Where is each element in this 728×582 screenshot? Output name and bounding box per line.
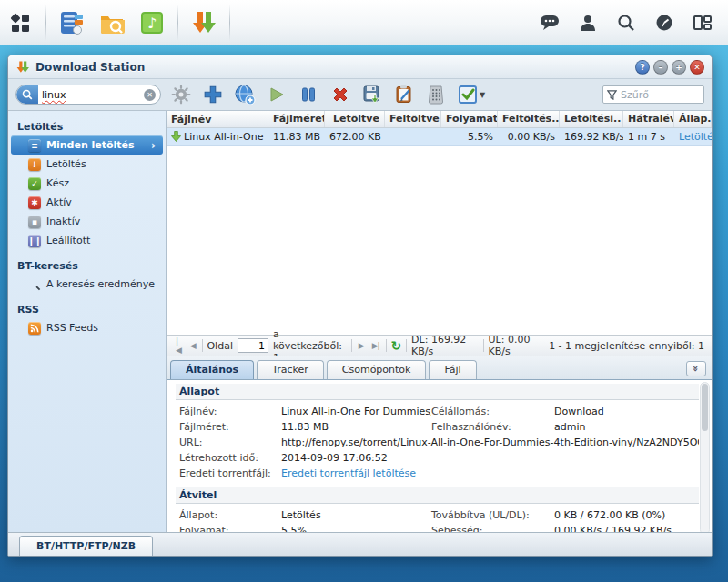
control-panel-button[interactable] (52, 6, 92, 39)
sidebar: Letöltés ≡ Minden letöltés › ↓ Letöltés … (8, 111, 167, 532)
field-value: Download (554, 406, 699, 417)
column-header-status[interactable]: Állap... (674, 111, 712, 127)
chat-bubble-icon (540, 14, 560, 32)
add-task-button[interactable] (201, 83, 225, 106)
help-button[interactable]: ? (635, 60, 650, 75)
field-label: Létrehozott idő: (179, 452, 281, 464)
scrollbar[interactable] (700, 382, 710, 532)
user-button[interactable] (575, 10, 601, 35)
sidebar-item-rss-feeds[interactable]: RSS Feeds (8, 318, 166, 337)
tab-tracker[interactable]: Tracker (257, 360, 324, 379)
save-button[interactable] (360, 83, 384, 106)
add-url-button[interactable] (233, 83, 257, 106)
checkbox-icon (458, 85, 478, 105)
search-input[interactable]: linux ✕ (15, 85, 161, 105)
divider (46, 5, 46, 41)
settings-button[interactable] (169, 83, 193, 106)
main-area: Letöltés ≡ Minden letöltés › ↓ Letöltés … (8, 110, 712, 532)
search-value[interactable]: linux (38, 89, 144, 101)
column-header-upload-speed[interactable]: Feltöltés... (498, 111, 560, 127)
filter-input[interactable] (621, 89, 693, 101)
music-station-icon: ♪ (138, 9, 166, 36)
floppy-download-icon (362, 85, 382, 105)
prev-page-button[interactable]: ◀ (188, 341, 197, 350)
column-header-download-speed[interactable]: Letöltési... (560, 111, 623, 127)
field-label: Továbbítva (UL/DL): (431, 509, 554, 521)
cell-downloaded: 672.00 KB (325, 130, 385, 144)
sidebar-item-stopped[interactable]: ❙❙ Leállított (8, 231, 166, 250)
section-title: Állapot (176, 384, 699, 400)
divider (386, 339, 387, 352)
search-icon (617, 14, 635, 32)
pause-button[interactable] (297, 83, 320, 106)
cell-upload-speed: 0.00 KB/s (498, 130, 560, 144)
statusbar-tab-bt-http-ftp-nzb[interactable]: BT/HTTP/FTP/NZB (19, 536, 153, 556)
tab-peers[interactable]: Csomópontok (327, 360, 427, 379)
minimize-button[interactable]: – (653, 60, 668, 75)
pilot-view-button[interactable] (690, 10, 715, 35)
tab-general[interactable]: Általános (170, 360, 254, 379)
globe-plus-icon (234, 84, 256, 105)
check-icon: ✓ (28, 177, 41, 190)
download-torrent-link[interactable]: Eredeti torrentfájl letöltése (281, 467, 699, 479)
download-station-icon (190, 9, 217, 36)
detail-row: Létrehozott idő: 2014-09-09 17:06:52 (176, 450, 699, 466)
column-header-progress[interactable]: Folyamat (441, 111, 498, 127)
download-station-button[interactable] (184, 6, 224, 39)
tab-file[interactable]: Fájl (429, 360, 476, 379)
last-page-button[interactable]: ▶| (370, 341, 381, 350)
maximize-button[interactable]: + (672, 60, 686, 75)
cell-progress: 5.5% (441, 130, 498, 144)
detail-row: Fájlnév: Linux All-in-One For Dummies, 4… (176, 404, 699, 419)
sidebar-item-all-downloads[interactable]: ≡ Minden letöltés › (11, 135, 163, 155)
music-station-button[interactable]: ♪ (132, 6, 172, 39)
pagination-bar: |◀ ◀ Oldal a következőből: 1 ▶ ▶| ↻ DL: … (167, 335, 712, 356)
next-page-button[interactable]: ▶ (357, 341, 366, 350)
close-button[interactable]: ✕ (690, 60, 704, 75)
field-value: 0.00 KB/s / 169.92 KB/s (554, 525, 699, 532)
search-button[interactable] (613, 10, 639, 35)
column-header-downloaded[interactable]: Letöltve (325, 111, 385, 127)
taskbar: ♪ (0, 0, 728, 45)
refresh-icon[interactable]: ↻ (391, 339, 402, 352)
column-header-filename[interactable]: Fájlnév (167, 111, 268, 127)
select-mode-button[interactable]: ▼ (456, 83, 487, 106)
detail-row: Folyamat: 5.5% Sebesség: 0.00 KB/s / 169… (176, 523, 699, 532)
sidebar-item-downloading[interactable]: ↓ Letöltés (8, 155, 166, 174)
sidebar-item-completed[interactable]: ✓ Kész (8, 174, 166, 193)
resource-monitor-button[interactable] (652, 10, 677, 35)
collapse-panel-button[interactable]: » (686, 361, 706, 376)
column-header-time-left[interactable]: Hátralévő i... (623, 111, 674, 127)
first-page-button[interactable]: |◀ (174, 336, 184, 355)
resume-button[interactable] (265, 83, 288, 106)
funnel-icon (607, 90, 617, 100)
notifications-button[interactable] (537, 10, 562, 35)
column-header-uploaded[interactable]: Feltöltve (385, 111, 441, 127)
scrollbar-thumb[interactable] (702, 384, 708, 431)
sidebar-item-search-results[interactable]: A keresés eredménye (8, 275, 166, 294)
list-icon: ≡ (28, 139, 41, 152)
main-menu-button[interactable] (0, 6, 40, 39)
sidebar-item-active[interactable]: ✱ Aktív (8, 193, 166, 212)
detail-row: Eredeti torrentfájl: Eredeti torrentfájl… (176, 466, 699, 481)
table-row[interactable]: Linux All-in-One For... 11.83 MB 672.00 … (167, 128, 712, 146)
delete-button[interactable] (329, 83, 352, 106)
file-station-button[interactable] (92, 6, 132, 39)
filter-box[interactable] (602, 85, 704, 104)
taskbar-right (537, 10, 728, 35)
edit-button[interactable] (392, 83, 416, 106)
column-header-filesize[interactable]: Fájlméret (268, 111, 325, 127)
sidebar-item-inactive[interactable]: ▪ Inaktív (8, 212, 166, 231)
clear-completed-button[interactable] (424, 83, 448, 106)
table-header: Fájlnév Fájlméret Letöltve Feltöltve Fol… (167, 111, 712, 128)
clear-search-icon[interactable]: ✕ (144, 89, 156, 101)
page-input[interactable] (238, 338, 268, 353)
titlebar[interactable]: Download Station ? – + ✕ (8, 55, 712, 79)
dl-speed-label: DL: 169.92 KB/s (411, 334, 479, 357)
detail-row: Fájlméret: 11.83 MB Felhasználónév: admi… (176, 419, 699, 435)
field-value: 5.5% (281, 525, 431, 532)
cell-uploaded (385, 135, 441, 137)
cell-filename: Linux All-in-One For... (184, 131, 264, 143)
divider (406, 339, 407, 352)
field-label: Felhasználónév: (431, 421, 554, 433)
